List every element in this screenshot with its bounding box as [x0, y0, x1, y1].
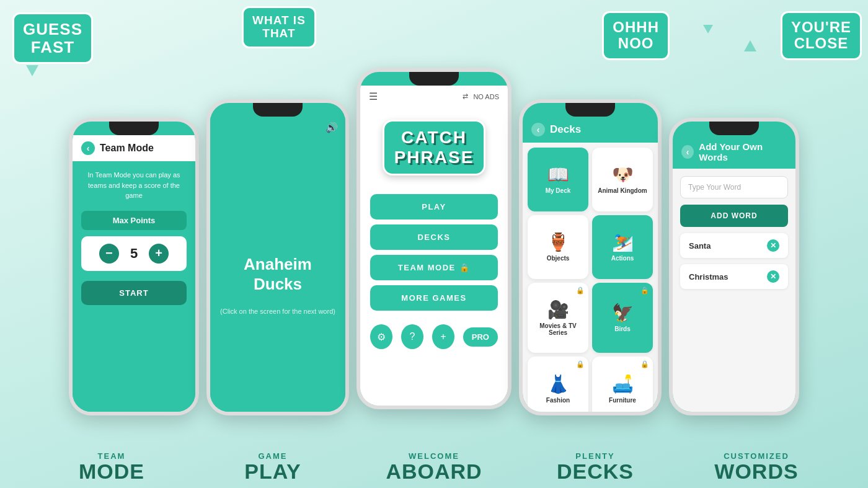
remove-santa-button[interactable]: ✕: [767, 239, 779, 252]
phone1-description: In Team Mode you can play as teams and k…: [81, 170, 187, 201]
phone5-content: ‹ Add Your Own Words Type Your Word ADD …: [673, 135, 795, 415]
add-icon[interactable]: +: [432, 324, 454, 349]
speech-bubble-youre-close: YOU'RECLOSE: [781, 11, 862, 60]
label-welcome: WELCOME ABOARD: [353, 451, 515, 482]
deck-animal-kingdom[interactable]: 🐶 Animal Kingdom: [592, 148, 653, 211]
decks-grid: 📖 My Deck 🐶 Animal Kingdom 🏺 Objects ⛷️ …: [523, 143, 658, 415]
objects-emoji: 🏺: [547, 232, 569, 252]
bottom-icons-row: ⚙ ? + PRO: [370, 316, 498, 354]
speech-bubble-guess-fast: GUESSFAST: [12, 12, 93, 64]
fashion-emoji: 👗: [547, 374, 569, 394]
logo-catch: CATCH: [394, 128, 474, 148]
help-icon[interactable]: ?: [401, 324, 423, 349]
phone1-title: Team Mode: [100, 143, 154, 154]
word-tag-santa: Santa ✕: [680, 233, 788, 258]
phone4-content: ‹ Decks 📖 My Deck 🐶 Animal Kingdom 🏺 Obj…: [523, 117, 658, 415]
menu-icon[interactable]: ☰: [369, 91, 378, 102]
fashion-label: Fashion: [546, 397, 570, 404]
phone-decks: ‹ Decks 📖 My Deck 🐶 Animal Kingdom 🏺 Obj…: [519, 99, 662, 415]
team-mode-label: TEAM MODE: [398, 263, 456, 272]
phone1-topbar: ‹ Team Mode: [73, 135, 195, 161]
back-button[interactable]: ‹: [81, 141, 95, 155]
phone2-notch: [253, 103, 303, 117]
team-mode-button[interactable]: TEAM MODE 🔒: [370, 255, 498, 280]
actions-emoji: ⛷️: [612, 232, 634, 252]
animal-kingdom-emoji: 🐶: [612, 164, 634, 185]
logo-area: CATCH PHRASE: [360, 107, 508, 188]
catch-phrase-logo: CATCH PHRASE: [383, 120, 486, 175]
game-hint: (Click on the screen for the next word): [220, 308, 335, 315]
deck-actions[interactable]: ⛷️ Actions: [592, 215, 653, 279]
decks-button[interactable]: DECKS: [370, 224, 498, 250]
word-christmas-label: Christmas: [689, 272, 728, 282]
deck-furniture[interactable]: 🔒 🛋️ Furniture: [592, 357, 653, 415]
add-word-button[interactable]: ADD WORD: [680, 205, 788, 227]
label-team-main: MODE: [31, 461, 192, 482]
my-deck-label: My Deck: [546, 187, 571, 194]
objects-label: Objects: [547, 255, 570, 262]
animal-kingdom-label: Animal Kingdom: [598, 187, 647, 194]
word-input-placeholder: Type Your Word: [688, 183, 741, 192]
phone4-header: ‹ Decks: [523, 117, 658, 143]
phone3-notch: [409, 72, 459, 86]
lock-icon: 🔒: [459, 263, 471, 272]
birds-lock-icon: 🔒: [640, 286, 649, 295]
decrement-button[interactable]: −: [99, 244, 119, 264]
phone5-title: Add Your Own Words: [699, 141, 787, 162]
deck-fashion[interactable]: 🔒 👗 Fashion: [528, 357, 588, 415]
label-welcome-main: ABOARD: [353, 461, 515, 482]
label-game-main: PLAY: [192, 461, 353, 482]
label-decks: PLENTY DECKS: [515, 451, 676, 482]
furniture-label: Furniture: [609, 397, 636, 404]
main-buttons: PLAY DECKS TEAM MODE 🔒 MORE GAMES ⚙ ? + …: [360, 188, 508, 409]
movies-lock-icon: 🔒: [576, 286, 585, 295]
deco-triangle-5: [703, 25, 713, 33]
actions-label: Actions: [611, 255, 634, 262]
fashion-lock-icon: 🔒: [576, 360, 585, 368]
deck-birds[interactable]: 🔒 🦅 Birds: [592, 283, 653, 353]
phone-custom-words: ‹ Add Your Own Words Type Your Word ADD …: [669, 118, 799, 415]
label-words: CUSTOMIZED WORDS: [676, 451, 837, 482]
phone1-content: ‹ Team Mode In Team Mode you can play as…: [73, 135, 195, 415]
game-word: Anaheim Ducks: [220, 255, 335, 293]
phone2-body: Anaheim Ducks (Click on the screen for t…: [210, 138, 345, 415]
phone5-notch: [709, 122, 759, 135]
my-deck-emoji: 📖: [547, 164, 569, 185]
label-game-play: GAME PLAY: [192, 451, 353, 482]
remove-christmas-button[interactable]: ✕: [767, 270, 779, 283]
label-team-mode: TEAM MODE: [31, 451, 192, 482]
phone-team-mode: ‹ Team Mode In Team Mode you can play as…: [69, 118, 199, 415]
no-ads-label: NO ADS: [473, 93, 499, 100]
phone4-title: Decks: [550, 123, 581, 136]
start-button[interactable]: START: [81, 281, 187, 305]
pro-button[interactable]: PRO: [463, 327, 498, 347]
play-button[interactable]: PLAY: [370, 194, 498, 220]
deck-objects[interactable]: 🏺 Objects: [528, 215, 588, 279]
phone2-content: 🔊 Anaheim Ducks (Click on the screen for…: [210, 117, 345, 415]
counter-value: 5: [130, 246, 138, 262]
more-games-button[interactable]: MORE GAMES: [370, 285, 498, 311]
phone-game-play: 🔊 Anaheim Ducks (Click on the screen for…: [206, 99, 349, 415]
label-words-main: WORDS: [676, 461, 837, 482]
phone5-back-button[interactable]: ‹: [681, 145, 694, 159]
label-decks-main: DECKS: [515, 461, 676, 482]
deck-my-deck[interactable]: 📖 My Deck: [528, 148, 588, 211]
furniture-emoji: 🛋️: [612, 374, 634, 394]
speech-bubble-what-is-that: WHAT ISTHAT: [242, 6, 316, 48]
phone3-content: ☰ ⇄ NO ADS CATCH PHRASE PLAY DECKS TEAM …: [360, 86, 508, 409]
birds-label: Birds: [614, 326, 631, 332]
labels-row: TEAM MODE GAME PLAY WELCOME ABOARD PLENT…: [0, 451, 868, 482]
settings-icon[interactable]: ⚙: [370, 324, 392, 349]
share-icon: ⇄: [463, 92, 468, 100]
phone4-notch: [565, 103, 615, 117]
increment-button[interactable]: +: [149, 244, 169, 264]
birds-emoji: 🦅: [612, 303, 634, 323]
counter-section: − 5 +: [81, 236, 187, 271]
deco-triangle-6: [744, 40, 756, 51]
movies-emoji: 🎥: [547, 299, 569, 320]
deck-movies-tv[interactable]: 🔒 🎥 Movies & TV Series: [528, 283, 588, 353]
volume-icon: 🔊: [326, 122, 338, 133]
phone3-topbar: ☰ ⇄ NO ADS: [360, 86, 508, 107]
word-input-field[interactable]: Type Your Word: [680, 176, 788, 198]
phone4-back-button[interactable]: ‹: [531, 123, 545, 136]
